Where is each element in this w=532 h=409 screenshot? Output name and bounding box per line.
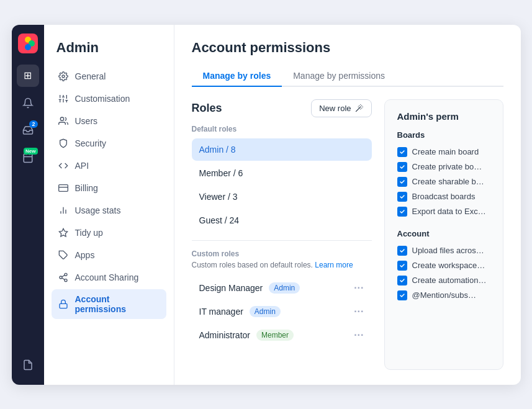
perm-item-1: Create private bo… [397,160,490,174]
nav-item-account-permissions[interactable]: Account permissions [52,289,166,319]
default-roles-label: Default roles [192,125,372,133]
perm-label-a1: Create workspace… [412,261,485,270]
role-item-member[interactable]: Member / 6 [192,162,372,184]
new-role-label: New role [319,104,351,113]
nav-sidebar: Admin General Customisation [44,25,174,385]
custom-role-design-manager-badge: Admin [269,282,300,294]
page-title: Account permissions [192,40,503,56]
perm-label-4: Export data to Exc… [412,207,486,216]
check-icon [397,246,407,256]
custom-roles-desc: Custom roles based on default roles. Lea… [192,261,372,269]
roles-header: Roles New role [192,99,372,117]
nav-item-users-label: Users [75,116,98,126]
perm-item-2: Create sharable b… [397,174,490,189]
svg-point-4 [25,44,31,50]
custom-roles-section: Custom roles Custom roles based on defau… [192,249,372,346]
nav-item-usage-stats[interactable]: Usage stats [52,200,166,221]
permissions-panel: Admin's perm Boards Create main board [384,99,503,370]
sliders-icon [58,93,69,104]
check-icon [397,290,407,300]
custom-role-design-manager[interactable]: Design Manager Admin ··· [192,277,372,299]
person-icon [58,115,69,127]
nav-item-security[interactable]: Security [52,133,166,154]
svg-rect-32 [60,303,67,308]
svg-marker-25 [59,228,67,236]
new-role-button[interactable]: New role [311,99,371,117]
svg-line-31 [61,275,65,277]
check-icon [397,192,407,202]
perm-label-0: Create main board [412,147,479,156]
nav-item-account-permissions-label: Account permissions [75,294,160,314]
nav-item-apps[interactable]: Apps [52,245,166,266]
roles-divider [192,240,372,241]
permissions-title: Admin's perm [397,111,490,122]
perm-label-a2: Create automation… [412,276,487,285]
more-icon-design-manager[interactable]: ··· [354,282,364,294]
nav-item-tidy-up-label: Tidy up [75,228,103,238]
more-icon-it-manager[interactable]: ··· [354,306,364,317]
nav-item-general[interactable]: General [52,66,166,87]
perm-item-a0: Upload files acros… [397,243,490,258]
gear-icon [58,71,69,82]
nav-item-api-label: API [75,161,89,171]
nav-item-users[interactable]: Users [52,110,166,132]
nav-item-billing[interactable]: Billing [52,178,166,199]
nav-item-tidy-up[interactable]: Tidy up [52,222,166,243]
custom-role-it-manager[interactable]: IT manager Admin ··· [192,300,372,323]
tab-manage-by-permissions[interactable]: Manage by permissions [282,66,396,87]
share-icon [58,272,69,283]
tabs-container: Manage by roles Manage by permissions [192,66,503,87]
grid-nav-icon[interactable]: ⊞ [17,65,39,87]
calendar-nav-icon[interactable]: New [17,146,39,169]
perm-section-account-title: Account [397,229,490,238]
custom-role-left: Administrator Member [199,330,294,341]
custom-role-design-manager-label: Design Manager [199,283,263,293]
svg-point-29 [65,279,67,281]
svg-point-9 [62,75,65,78]
custom-role-administrator[interactable]: Administrator Member ··· [192,324,372,346]
roles-panel: Roles New role Default roles Admin / 8 M… [192,99,372,370]
perm-section-boards: Boards Create main board [397,130,490,219]
custom-role-administrator-badge: Member [256,330,294,341]
app-container: ⊞ 2 New [12,25,521,385]
calendar-new-badge: New [24,148,37,155]
svg-point-28 [60,276,62,279]
inbox-badge: 2 [29,120,37,128]
nav-item-customisation[interactable]: Customisation [52,88,166,109]
perm-section-account: Account Upload files acros… [397,229,490,303]
perm-label-1: Create private bo… [412,162,482,171]
perm-item-a3: @Mention/subs… [397,288,490,303]
nav-item-api[interactable]: API [52,155,166,176]
nav-item-account-sharing-label: Account Sharing [75,272,139,282]
roles-title: Roles [192,102,222,115]
check-icon [397,162,407,172]
perm-label-a0: Upload files acros… [412,246,484,255]
bell-nav-icon[interactable] [17,92,39,114]
role-item-guest[interactable]: Guest / 24 [192,209,372,231]
learn-more-link[interactable]: Learn more [315,261,353,269]
role-item-viewer[interactable]: Viewer / 3 [192,186,372,208]
perm-label-2: Create sharable b… [412,177,484,186]
svg-rect-20 [58,184,68,191]
check-icon [397,261,407,271]
lock-icon [58,299,69,310]
icon-sidebar: ⊞ 2 New [12,25,44,385]
custom-role-it-manager-label: IT manager [199,307,243,317]
tab-manage-by-roles[interactable]: Manage by roles [192,66,282,87]
perm-item-a1: Create workspace… [397,258,490,273]
role-item-admin[interactable]: Admin / 8 [192,138,372,161]
svg-point-27 [65,273,67,276]
bottom-calendar-icon[interactable] [17,354,39,376]
app-logo[interactable] [18,34,38,53]
nav-item-apps-label: Apps [75,250,95,260]
custom-role-it-manager-badge: Admin [250,306,281,317]
nav-item-customisation-label: Customisation [75,94,130,104]
more-icon-administrator[interactable]: ··· [354,330,364,341]
svg-rect-0 [18,34,38,53]
svg-rect-5 [24,154,32,163]
magic-wand-icon [355,104,364,112]
custom-role-left: IT manager Admin [199,306,281,317]
inbox-nav-icon[interactable]: 2 [17,119,39,142]
perm-section-boards-title: Boards [397,130,490,140]
nav-item-account-sharing[interactable]: Account Sharing [52,267,166,288]
